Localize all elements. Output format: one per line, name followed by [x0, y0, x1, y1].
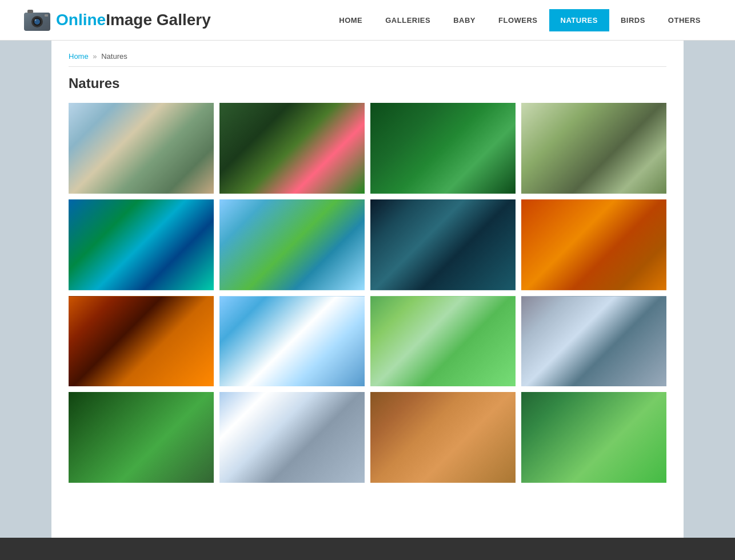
nav-natures[interactable]: NATURES [549, 9, 609, 31]
gallery-item[interactable] [370, 199, 516, 290]
gallery-image [521, 199, 666, 290]
gallery-item[interactable] [219, 199, 365, 290]
gallery-image [219, 296, 365, 387]
gallery-item[interactable] [69, 103, 214, 194]
svg-rect-6 [27, 10, 33, 13]
gallery-image [219, 392, 365, 483]
nav-others[interactable]: OTHERS [657, 9, 712, 31]
svg-rect-7 [45, 14, 48, 17]
gallery-image [521, 296, 666, 387]
gallery-image [219, 199, 365, 290]
gallery-item[interactable] [219, 103, 365, 194]
footer [0, 538, 735, 560]
logo-text: OnlineImage Gallery [56, 11, 211, 29]
nav-flowers[interactable]: FLOWERS [487, 9, 549, 31]
gallery-image [219, 103, 365, 194]
gallery-item[interactable] [219, 296, 365, 387]
gallery-image [370, 392, 516, 483]
nav-home[interactable]: HOME [327, 9, 374, 31]
gallery-image [521, 103, 666, 194]
gallery-item[interactable] [69, 199, 214, 290]
camera-icon [23, 6, 51, 34]
gallery-image [69, 103, 214, 194]
gallery-image [69, 296, 214, 387]
nav-baby[interactable]: BABY [442, 9, 487, 31]
gallery-item[interactable] [69, 392, 214, 483]
nav-galleries[interactable]: GALLERIES [374, 9, 442, 31]
gallery-item[interactable] [370, 103, 516, 194]
gallery-image [370, 296, 516, 387]
breadcrumb: Home » Natures [69, 52, 666, 67]
logo-area: OnlineImage Gallery [23, 6, 211, 34]
logo-rest: Image Gallery [106, 11, 211, 29]
gallery-item[interactable] [521, 199, 666, 290]
gallery-image [69, 392, 214, 483]
gallery-item[interactable] [521, 296, 666, 387]
gallery-item[interactable] [521, 392, 666, 483]
gallery-item[interactable] [219, 392, 365, 483]
gallery-item[interactable] [521, 103, 666, 194]
gallery-image [370, 103, 516, 194]
gallery-item[interactable] [370, 392, 516, 483]
logo-online: Online [56, 11, 106, 29]
nav-birds[interactable]: BIRDS [609, 9, 657, 31]
header: OnlineImage Gallery HOME GALLERIES BABY … [0, 0, 735, 41]
svg-point-5 [35, 19, 37, 21]
main-content: Home » Natures Natures [51, 41, 684, 538]
main-nav: HOME GALLERIES BABY FLOWERS NATURES BIRD… [327, 9, 712, 31]
gallery-grid [69, 103, 666, 483]
gallery-item[interactable] [69, 296, 214, 387]
page-title: Natures [69, 75, 666, 91]
gallery-item[interactable] [370, 296, 516, 387]
breadcrumb-separator: » [93, 52, 97, 61]
gallery-image [69, 199, 214, 290]
breadcrumb-home-link[interactable]: Home [69, 52, 89, 61]
breadcrumb-current: Natures [101, 52, 127, 61]
gallery-image [521, 392, 666, 483]
gallery-image [370, 199, 516, 290]
